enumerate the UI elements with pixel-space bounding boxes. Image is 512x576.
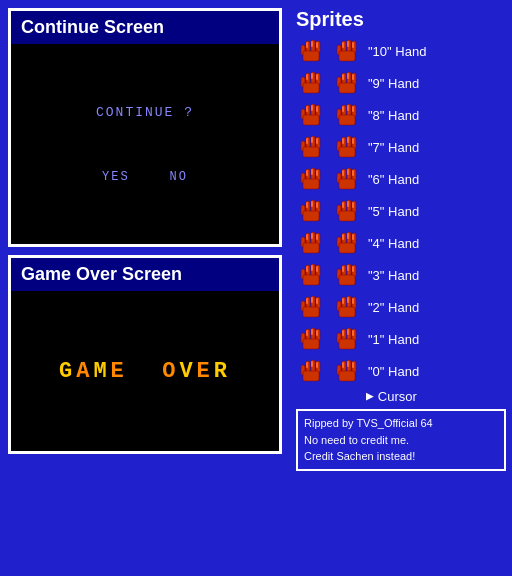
svg-rect-110 xyxy=(347,233,349,239)
svg-rect-76 xyxy=(339,179,355,189)
sprite-label: "2" Hand xyxy=(368,300,419,315)
svg-rect-126 xyxy=(347,265,349,271)
continue-screen-content: CONTINUE ? YES NO xyxy=(11,44,279,244)
svg-rect-101 xyxy=(306,234,308,240)
svg-rect-157 xyxy=(342,330,344,336)
svg-rect-165 xyxy=(306,362,308,368)
svg-rect-79 xyxy=(352,170,354,176)
sprite-row: "8" Hand xyxy=(296,99,506,131)
svg-rect-149 xyxy=(306,330,308,336)
sprite-hand-icon-right xyxy=(332,260,364,290)
sprite-hand-icon-right xyxy=(332,356,364,386)
credits-line1: Ripped by TVS_Official 64 xyxy=(304,415,498,432)
sprite-label: "9" Hand xyxy=(368,76,419,91)
sprite-hand-icon-left xyxy=(296,292,328,322)
sprite-label: "3" Hand xyxy=(368,268,419,283)
svg-rect-94 xyxy=(347,201,349,207)
sprite-row: "7" Hand xyxy=(296,131,506,163)
svg-rect-95 xyxy=(352,202,354,208)
svg-rect-60 xyxy=(339,147,355,157)
svg-rect-125 xyxy=(342,266,344,272)
no-option[interactable]: NO xyxy=(170,170,188,184)
cursor-label: Cursor xyxy=(378,389,417,404)
sprite-row: "0" Hand xyxy=(296,355,506,387)
svg-rect-103 xyxy=(316,234,318,240)
svg-rect-52 xyxy=(303,147,319,157)
sprite-hand-icon-left xyxy=(296,164,328,194)
game-over-screen-box: Game Over Screen GAME OVER xyxy=(8,255,282,454)
svg-rect-54 xyxy=(311,137,313,143)
sprite-hand-icon-right xyxy=(332,36,364,66)
credits-line3: Credit Sachen instead! xyxy=(304,448,498,465)
sprite-label: "5" Hand xyxy=(368,204,419,219)
sprite-label: "0" Hand xyxy=(368,364,419,379)
svg-rect-174 xyxy=(347,361,349,367)
svg-rect-166 xyxy=(311,361,313,367)
svg-rect-63 xyxy=(352,138,354,144)
svg-rect-141 xyxy=(342,298,344,304)
sprite-row: "5" Hand xyxy=(296,195,506,227)
game-over-screen-title: Game Over Screen xyxy=(11,258,279,291)
svg-rect-143 xyxy=(352,298,354,304)
svg-rect-175 xyxy=(352,362,354,368)
svg-rect-36 xyxy=(303,115,319,125)
svg-rect-167 xyxy=(316,362,318,368)
svg-rect-71 xyxy=(316,170,318,176)
svg-rect-47 xyxy=(352,106,354,112)
svg-rect-7 xyxy=(316,42,318,48)
svg-rect-85 xyxy=(306,202,308,208)
sprite-hand-icon-left xyxy=(296,260,328,290)
sprite-hand-icon-left xyxy=(296,324,328,354)
sprite-hand-icon-right xyxy=(332,196,364,226)
sprite-hand-icon-right xyxy=(332,324,364,354)
svg-rect-78 xyxy=(347,169,349,175)
sprite-hand-icon-left xyxy=(296,100,328,130)
svg-rect-117 xyxy=(306,266,308,272)
svg-rect-68 xyxy=(303,179,319,189)
svg-rect-102 xyxy=(311,233,313,239)
svg-rect-151 xyxy=(316,330,318,336)
sprite-hand-icon-left xyxy=(296,36,328,66)
sprite-hand-icon-right xyxy=(332,100,364,130)
svg-rect-148 xyxy=(303,339,319,349)
sprite-hand-icon-right xyxy=(332,164,364,194)
svg-rect-77 xyxy=(342,170,344,176)
cursor-arrow-icon: ▶ xyxy=(366,388,374,404)
sprite-row: "9" Hand xyxy=(296,67,506,99)
svg-rect-37 xyxy=(306,106,308,112)
credits-line2: No need to credit me. xyxy=(304,432,498,449)
svg-rect-108 xyxy=(339,243,355,253)
game-over-content: GAME OVER xyxy=(11,291,279,451)
svg-rect-53 xyxy=(306,138,308,144)
sprites-list: "10" Hand "9" Hand xyxy=(296,35,506,387)
sprite-label: "1" Hand xyxy=(368,332,419,347)
yes-option[interactable]: YES xyxy=(102,170,130,184)
sprite-row: "3" Hand xyxy=(296,259,506,291)
sprite-label: "4" Hand xyxy=(368,236,419,251)
svg-rect-134 xyxy=(311,297,313,303)
sprite-hand-icon-right xyxy=(332,132,364,162)
svg-rect-12 xyxy=(339,51,355,61)
svg-rect-29 xyxy=(342,74,344,80)
sprite-row: "4" Hand xyxy=(296,227,506,259)
svg-rect-13 xyxy=(342,42,344,48)
svg-rect-55 xyxy=(316,138,318,144)
svg-rect-6 xyxy=(311,41,313,47)
svg-rect-14 xyxy=(347,41,349,47)
svg-rect-173 xyxy=(342,362,344,368)
svg-rect-100 xyxy=(303,243,319,253)
svg-rect-124 xyxy=(339,275,355,285)
svg-rect-156 xyxy=(339,339,355,349)
svg-rect-21 xyxy=(306,74,308,80)
continue-screen-box: Continue Screen CONTINUE ? YES NO xyxy=(8,8,282,247)
svg-rect-164 xyxy=(303,371,319,381)
continue-screen-title: Continue Screen xyxy=(11,11,279,44)
sprite-hand-icon-left xyxy=(296,196,328,226)
svg-rect-159 xyxy=(352,330,354,336)
svg-rect-39 xyxy=(316,106,318,112)
sprite-hand-icon-left xyxy=(296,132,328,162)
sprite-hand-icon-right xyxy=(332,292,364,322)
svg-rect-62 xyxy=(347,137,349,143)
svg-rect-127 xyxy=(352,266,354,272)
sprite-row: "10" Hand xyxy=(296,35,506,67)
